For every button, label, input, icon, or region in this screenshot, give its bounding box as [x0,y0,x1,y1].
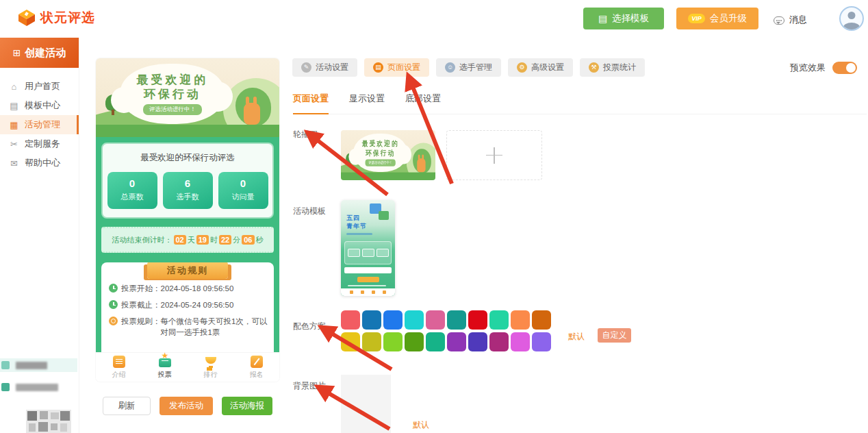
color-swatch[interactable] [532,310,551,330]
tab-page-settings[interactable]: ▤ 页面设置 [364,58,429,77]
color-swatch[interactable] [532,332,551,351]
folder-icon: ▤ [9,101,19,111]
app-logo[interactable]: 状元评选 [18,9,95,27]
activity-poster-button[interactable]: 活动海报 [222,397,272,415]
rules-card: 活动规则 投票开始： 2024-05-18 09:56:50 投票截止： 202… [101,262,274,352]
preview-toggle-label: 预览效果 [790,62,826,74]
blurred-text [16,384,58,391]
color-swatch[interactable] [447,332,466,351]
sidebar-item-template-center[interactable]: ▤ 模板中心 [0,96,79,115]
sidebar-item-custom-service[interactable]: ✂ 定制服务 [0,134,79,153]
color-swatch[interactable] [405,310,424,330]
color-swatch[interactable] [426,332,445,351]
template-title: 五四 青年节 [346,214,367,230]
rule-vote-policy: 投票规则： 每个微信号每天可投1次，可以对同一选手投1票 [107,316,268,338]
footer-tab-intro[interactable]: 介绍 [96,356,142,380]
template-stats-card [344,241,392,264]
choose-template-button[interactable]: ▤ 选择模板 [583,8,664,29]
tab-advanced-settings[interactable]: ⚙ 高级设置 [508,58,573,77]
gear-circle-icon: ⚙ [517,62,527,73]
sidebar-item-help-center[interactable]: ✉ 帮助中心 [0,153,79,173]
app-window: 状元评选 ▤ 选择模板 VIP 会员升级 消息 ⊞ 创建活动 ⌂ 用户首页 ▤ [0,0,868,433]
plus-icon [486,147,502,164]
tab-activity-settings[interactable]: ✎ 活动设置 [292,58,357,77]
color-swatch-row-1 [341,310,551,330]
publish-activity-button[interactable]: 发布活动 [159,397,213,415]
color-swatch[interactable] [362,332,381,351]
teal-chip-icon [1,383,10,391]
trophy-icon [204,356,218,368]
tab-contestant-management[interactable]: ☺ 选手管理 [436,58,501,77]
color-swatch[interactable] [341,310,360,330]
settings-tabs: ✎ 活动设置 ▤ 页面设置 ☺ 选手管理 ⚙ 高级设置 ⚒ 投票统计 [292,58,868,77]
banner-grass-art [96,125,279,137]
subtab-page-settings[interactable]: 页面设置 [293,92,329,114]
background-image-label: 背景图片 [293,380,326,392]
gavel-circle-icon: ⚒ [589,62,599,73]
clock-icon [109,300,118,309]
footer-tab-vote[interactable]: 投票 [142,356,188,380]
footer-tab-signup[interactable]: 报名 [233,356,279,380]
color-swatch[interactable] [383,310,403,330]
page-settings-subtabs: 页面设置 显示设置 底部设置 [293,92,867,114]
refresh-button[interactable]: 刷新 [103,397,151,415]
blurred-text [16,362,47,369]
color-swatch[interactable] [468,332,487,351]
color-swatch[interactable] [511,332,530,351]
vote-box-icon [158,356,172,368]
carousel-banner-art: 最受欢迎的 环保行动 评选活动进行中！ [341,130,435,180]
phone-footer-tabbar: 介绍 投票 排行 报名 [96,352,279,382]
banner-title-line1: 最受欢迎的 [137,73,209,87]
color-swatch[interactable] [341,332,360,351]
color-swatch[interactable] [468,310,487,330]
color-default-option[interactable]: 默认 [568,331,585,343]
messages-button[interactable]: 消息 [774,14,807,26]
footer-tab-ranking[interactable]: 排行 [188,356,233,380]
subtab-bottom-settings[interactable]: 底部设置 [405,92,441,114]
sidebar-item-user-home[interactable]: ⌂ 用户首页 [0,77,79,96]
color-swatch-row-2 [341,332,551,351]
color-swatch[interactable] [383,332,403,351]
message-bubble-icon [774,16,784,25]
preview-toggle-group: 预览效果 [790,62,857,74]
color-custom-button[interactable]: 自定义 [598,328,631,343]
blurred-contact-row [0,358,77,372]
carousel-image-thumbnail[interactable]: 最受欢迎的 环保行动 评选活动进行中！ [341,130,435,180]
countdown-days: 02 [174,235,186,245]
user-avatar[interactable] [839,6,864,31]
color-swatch[interactable] [489,310,509,330]
preview-toggle-switch[interactable] [832,62,857,74]
stat-visits: 0 访问量 [218,172,268,209]
activity-grid-icon: ▦ [9,120,19,130]
pencil-icon [250,356,264,368]
color-swatch[interactable] [511,310,530,330]
color-scheme-label: 配色方案 [293,321,326,332]
vip-badge-icon: VIP [688,14,705,23]
countdown-hours: 19 [196,235,209,245]
add-carousel-image-button[interactable] [446,130,542,180]
create-activity-button[interactable]: ⊞ 创建活动 [0,38,79,68]
subtab-display-settings[interactable]: 显示设置 [349,92,385,114]
color-swatch[interactable] [489,332,509,351]
color-swatch[interactable] [405,332,424,351]
template-countdown-strip [344,267,392,273]
background-default-option[interactable]: 默认 [413,419,429,431]
banner-status-ribbon: 评选活动进行中！ [143,104,202,115]
activity-template-thumbnail[interactable]: 五四 青年节 [341,200,395,296]
tab-vote-statistics[interactable]: ⚒ 投票统计 [580,58,645,77]
vip-upgrade-button[interactable]: VIP 会员升级 [676,8,758,29]
color-swatch[interactable] [362,310,381,330]
color-swatch[interactable] [447,310,466,330]
preview-action-row: 刷新 发布活动 活动海报 [96,397,279,415]
scissors-icon: ✂ [9,139,19,149]
home-icon: ⌂ [9,82,19,92]
sidebar-item-activity-management[interactable]: ▦ 活动管理 [0,115,79,134]
color-swatch[interactable] [426,310,445,330]
banner-bunny-art [244,103,260,125]
banner-cloud: 最受欢迎的 环保行动 评选活动进行中！ [120,64,225,124]
template-section-label: 活动模板 [293,206,326,217]
coin-icon [109,317,118,325]
person-circle-icon: ☺ [445,62,455,73]
background-image-placeholder[interactable] [341,375,391,433]
banner-title-line2: 环保行动 [144,87,201,101]
